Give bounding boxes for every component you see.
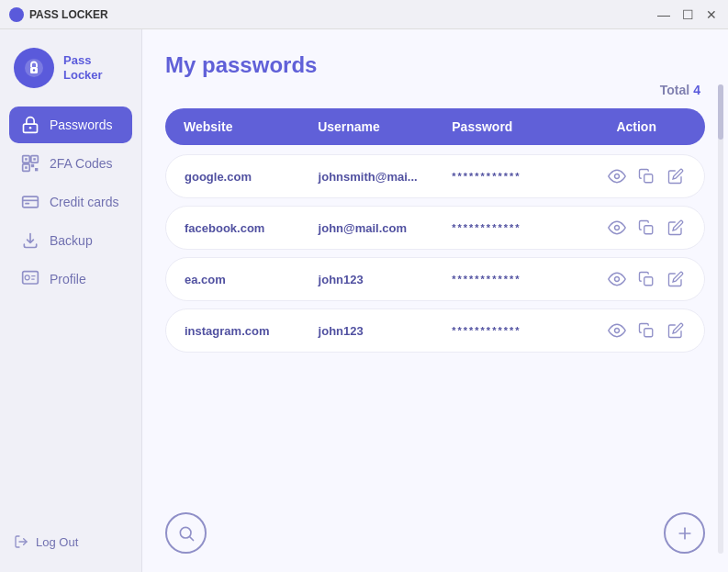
main-content: My passwords Total 4 Website Username Pa… xyxy=(142,29,728,572)
svg-point-21 xyxy=(615,226,620,230)
table-row: instagram.com john123 ************ xyxy=(165,308,705,353)
sidebar-logo: Pass Locker xyxy=(0,39,141,107)
edit-password-button-1[interactable] xyxy=(666,218,686,238)
sidebar-item-backup-label: Backup xyxy=(50,233,93,248)
svg-rect-12 xyxy=(35,168,38,171)
edit-password-button-0[interactable] xyxy=(666,166,686,186)
sidebar-nav: Passwords 2FA Codes xyxy=(0,107,141,525)
logo-icon xyxy=(14,48,54,88)
window-controls: — ☐ ✕ xyxy=(656,7,719,22)
logo-text: Pass Locker xyxy=(63,53,103,82)
cell-username-1: john@mail.com xyxy=(319,221,453,235)
sidebar-item-2fa-label: 2FA Codes xyxy=(50,156,113,171)
header-username: Username xyxy=(318,119,452,134)
svg-rect-10 xyxy=(33,158,36,161)
cell-actions-1 xyxy=(586,218,686,238)
sidebar-item-profile-label: Profile xyxy=(50,272,86,286)
view-password-button-3[interactable] xyxy=(607,320,627,341)
cell-username-3: john123 xyxy=(319,324,453,338)
passwords-icon xyxy=(20,116,40,134)
minimize-button[interactable]: — xyxy=(656,7,671,22)
cell-username-0: johnsmith@mai... xyxy=(319,170,453,184)
sidebar-item-passwords-label: Passwords xyxy=(50,118,112,132)
cell-actions-0 xyxy=(586,166,686,186)
backup-icon xyxy=(20,231,40,250)
scrollbar-thumb[interactable] xyxy=(718,84,723,140)
svg-rect-15 xyxy=(25,203,29,205)
profile-icon xyxy=(20,270,40,288)
sidebar-item-credit-cards[interactable]: Credit cards xyxy=(9,184,132,220)
svg-rect-26 xyxy=(644,329,653,337)
copy-password-button-0[interactable] xyxy=(636,166,656,186)
view-password-button-0[interactable] xyxy=(607,166,627,186)
total-label: Total xyxy=(660,83,689,97)
svg-point-23 xyxy=(615,277,620,282)
svg-point-17 xyxy=(25,275,29,280)
logout-button[interactable]: Log Out xyxy=(14,534,128,549)
cell-password-2: ************ xyxy=(452,274,586,285)
svg-line-28 xyxy=(189,536,193,540)
cell-username-2: john123 xyxy=(319,273,453,286)
sidebar-item-passwords[interactable]: Passwords xyxy=(9,107,132,143)
svg-rect-8 xyxy=(25,158,28,161)
cell-password-0: ************ xyxy=(452,171,586,182)
edit-password-button-3[interactable] xyxy=(666,320,686,341)
svg-rect-13 xyxy=(23,196,39,207)
app-title: PASS LOCKER xyxy=(29,8,656,21)
header-password: Password xyxy=(452,119,586,134)
sidebar-footer: Log Out xyxy=(0,525,141,563)
sidebar-item-2fa[interactable]: 2FA Codes xyxy=(9,145,132,182)
edit-password-button-2[interactable] xyxy=(666,269,686,289)
total-count: 4 xyxy=(693,83,700,97)
logout-icon xyxy=(14,534,28,549)
view-password-button-2[interactable] xyxy=(607,269,627,289)
cell-website-3: instagram.com xyxy=(185,324,319,338)
scrollbar-track xyxy=(718,84,723,554)
svg-point-25 xyxy=(615,329,620,333)
total-row: Total 4 xyxy=(165,83,705,97)
cell-password-3: ************ xyxy=(452,325,586,336)
svg-point-19 xyxy=(615,174,620,179)
svg-rect-20 xyxy=(644,174,653,183)
maximize-button[interactable]: ☐ xyxy=(680,7,695,22)
close-button[interactable]: ✕ xyxy=(704,7,719,22)
search-button[interactable] xyxy=(165,512,207,554)
table-header: Website Username Password Action xyxy=(165,108,705,145)
password-table: Website Username Password Action google.… xyxy=(165,108,705,499)
copy-password-button-2[interactable] xyxy=(636,269,656,289)
logo-pass: Pass xyxy=(63,53,103,68)
sidebar-item-profile[interactable]: Profile xyxy=(9,261,132,297)
add-icon xyxy=(676,524,694,543)
lock-icon xyxy=(23,57,45,79)
cell-website-1: facebook.com xyxy=(185,221,319,235)
title-bar: PASS LOCKER — ☐ ✕ xyxy=(0,0,728,29)
page-title: My passwords xyxy=(165,52,705,78)
svg-rect-11 xyxy=(31,164,34,167)
app-logo-small xyxy=(9,7,24,22)
sidebar-item-credit-cards-label: Credit cards xyxy=(50,195,118,209)
sidebar: Pass Locker Passwords xyxy=(0,29,142,572)
cell-password-1: ************ xyxy=(452,222,586,233)
logo-locker: Locker xyxy=(63,68,103,83)
add-password-button[interactable] xyxy=(664,512,705,554)
search-icon xyxy=(177,524,196,543)
svg-point-4 xyxy=(29,127,32,129)
bottom-bar xyxy=(165,499,705,554)
app-body: Pass Locker Passwords xyxy=(0,29,728,572)
copy-password-button-1[interactable] xyxy=(636,218,656,238)
sidebar-item-backup[interactable]: Backup xyxy=(9,222,132,259)
view-password-button-1[interactable] xyxy=(607,218,627,238)
credit-card-icon xyxy=(20,193,40,211)
cell-website-2: ea.com xyxy=(185,273,319,286)
cell-actions-2 xyxy=(586,269,686,289)
copy-password-button-3[interactable] xyxy=(636,320,656,341)
table-row: google.com johnsmith@mai... ************ xyxy=(165,154,705,198)
header-action: Action xyxy=(586,119,687,134)
table-row: ea.com john123 ************ xyxy=(165,257,705,301)
svg-rect-22 xyxy=(644,226,653,234)
svg-point-2 xyxy=(33,69,35,71)
2fa-icon xyxy=(20,154,40,173)
logout-label: Log Out xyxy=(36,535,78,549)
svg-rect-9 xyxy=(25,166,28,169)
table-row: facebook.com john@mail.com ************ xyxy=(165,206,705,250)
